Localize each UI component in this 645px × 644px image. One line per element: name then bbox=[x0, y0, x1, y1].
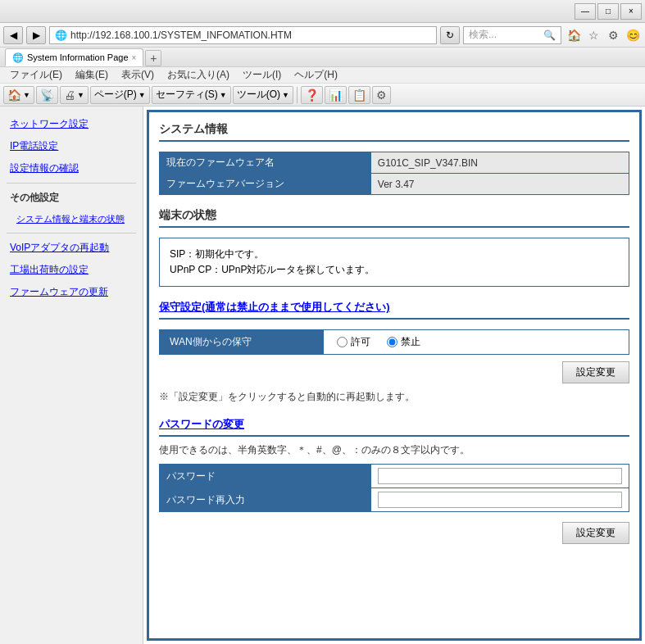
sidebar-item-config-check[interactable]: 設定情報の確認 bbox=[0, 157, 143, 179]
titlebar-buttons: — □ × bbox=[575, 3, 642, 20]
forward-button[interactable]: ▶ bbox=[26, 26, 46, 44]
user-icon[interactable]: 😊 bbox=[624, 26, 642, 44]
close-button[interactable]: × bbox=[620, 3, 642, 20]
allow-radio[interactable] bbox=[337, 337, 347, 347]
terminal-status-title: 端末の状態 bbox=[159, 208, 629, 228]
address-icon: 🌐 bbox=[55, 29, 67, 41]
password-label: パスワード bbox=[160, 465, 371, 488]
back-button[interactable]: ◀ bbox=[3, 26, 23, 44]
password-section: パスワードの変更 使用できるのは、半角英数字、＊、#、@、：のみの８文字以内です… bbox=[159, 417, 629, 544]
system-info-table: 現在のファームウェア名 G101C_SIP_V347.BIN ファームウェアバー… bbox=[159, 152, 629, 195]
help-icon: ❓ bbox=[305, 88, 319, 102]
home-button[interactable]: 🏠 bbox=[565, 26, 583, 44]
menu-file[interactable]: ファイル(E) bbox=[3, 66, 69, 84]
browser-titlebar: — □ × bbox=[0, 0, 645, 23]
page-label: ページ(P) bbox=[94, 88, 137, 102]
search-placeholder: 検索... bbox=[469, 28, 497, 42]
deny-radio[interactable] bbox=[387, 337, 397, 347]
ext1-tool-btn[interactable]: 📊 bbox=[325, 86, 347, 104]
tab-title: System Information Page bbox=[27, 52, 129, 62]
tab-favicon: 🌐 bbox=[12, 52, 24, 63]
menu-view[interactable]: 表示(V) bbox=[115, 66, 161, 84]
sidebar-item-network[interactable]: ネットワーク設定 bbox=[0, 113, 143, 135]
table-row: パスワード再入力 bbox=[160, 488, 629, 512]
main-area: システム情報 現在のファームウェア名 G101C_SIP_V347.BIN ファ… bbox=[147, 110, 642, 641]
ext2-tool-btn[interactable]: 📋 bbox=[348, 86, 370, 104]
active-tab[interactable]: 🌐 System Information Page × bbox=[5, 48, 143, 66]
password-apply-button[interactable]: 設定変更 bbox=[562, 522, 629, 544]
sidebar-item-factory-reset[interactable]: 工場出荷時の設定 bbox=[0, 259, 143, 281]
password-btn-area: 設定変更 bbox=[159, 522, 629, 544]
password-value-cell bbox=[370, 465, 629, 488]
password-confirm-label: パスワード再入力 bbox=[160, 488, 371, 512]
ext2-icon: 📋 bbox=[352, 88, 366, 102]
page-content: ネットワーク設定 IP電話設定 設定情報の確認 その他設定 システム情報と端末の… bbox=[0, 107, 645, 644]
security-dropdown-icon: ▼ bbox=[220, 91, 227, 99]
ie-toolbar: 🏠 ▼ 📡 🖨 ▼ ページ(P) ▼ セーフティ(S) ▼ ツール(O) ▼ ❓… bbox=[0, 84, 645, 107]
home-tool-btn[interactable]: 🏠 ▼ bbox=[3, 86, 34, 104]
browser-toolbar: ◀ ▶ 🌐 http://192.168.100.1/SYSTEM_INFOMA… bbox=[0, 23, 645, 48]
favorites-icon[interactable]: ☆ bbox=[584, 26, 602, 44]
settings-icon[interactable]: ⚙ bbox=[604, 26, 622, 44]
search-bar[interactable]: 検索... 🔍 bbox=[463, 26, 561, 44]
ext3-tool-btn[interactable]: ⚙ bbox=[372, 86, 391, 104]
table-row: ファームウェアバージョン Ver 3.47 bbox=[160, 174, 629, 195]
firmware-version-label: ファームウェアバージョン bbox=[160, 174, 371, 195]
sidebar-item-ip-phone[interactable]: IP電話設定 bbox=[0, 135, 143, 157]
sidebar-item-restart[interactable]: VoIPアダプタの再起動 bbox=[0, 237, 143, 259]
menu-edit[interactable]: 編集(E) bbox=[69, 66, 115, 84]
new-tab-button[interactable]: + bbox=[145, 50, 161, 66]
minimize-button[interactable]: — bbox=[575, 3, 596, 20]
tab-close-button[interactable]: × bbox=[132, 53, 137, 62]
search-icon: 🔍 bbox=[543, 29, 556, 41]
tools-label: ツール(O) bbox=[237, 88, 280, 102]
password-confirm-input[interactable] bbox=[378, 492, 622, 508]
menu-bar: ファイル(E) 編集(E) 表示(V) お気に入り(A) ツール(I) ヘルプ(… bbox=[0, 67, 645, 84]
page-dropdown-icon: ▼ bbox=[139, 91, 146, 99]
ext3-icon: ⚙ bbox=[376, 88, 387, 102]
sidebar-divider2 bbox=[7, 233, 136, 234]
print-tool-btn[interactable]: 🖨 ▼ bbox=[60, 86, 89, 104]
system-info-title: システム情報 bbox=[159, 122, 629, 142]
maximize-button[interactable]: □ bbox=[597, 3, 619, 20]
sidebar: ネットワーク設定 IP電話設定 設定情報の確認 その他設定 システム情報と端末の… bbox=[0, 107, 143, 644]
address-bar[interactable]: 🌐 http://192.168.100.1/SYSTEM_INFOMATION… bbox=[49, 26, 437, 44]
tab-bar: 🌐 System Information Page × + bbox=[0, 48, 645, 67]
rss-tool-btn[interactable]: 📡 bbox=[36, 86, 58, 104]
allow-option[interactable]: 許可 bbox=[337, 335, 370, 349]
deny-option[interactable]: 禁止 bbox=[387, 335, 420, 349]
security-tool-btn[interactable]: セーフティ(S) ▼ bbox=[152, 86, 231, 104]
page-tool-btn[interactable]: ページ(P) ▼ bbox=[90, 86, 150, 104]
password-title: パスワードの変更 bbox=[159, 417, 629, 437]
menu-tools[interactable]: ツール(I) bbox=[236, 66, 288, 84]
ext1-icon: 📊 bbox=[329, 88, 343, 102]
tools-dropdown-icon: ▼ bbox=[282, 91, 289, 99]
sidebar-item-system-info[interactable]: システム情報と端末の状態 bbox=[0, 209, 143, 229]
maintenance-apply-button[interactable]: 設定変更 bbox=[562, 361, 629, 383]
maintenance-row: WAN側からの保守 許可 禁止 bbox=[159, 329, 629, 355]
sidebar-item-firmware-update[interactable]: ファームウェアの更新 bbox=[0, 281, 143, 303]
sidebar-item-other-settings: その他設定 bbox=[0, 187, 143, 209]
print-icon: 🖨 bbox=[64, 88, 75, 102]
menu-favorites[interactable]: お気に入り(A) bbox=[161, 66, 236, 84]
password-input[interactable] bbox=[378, 468, 622, 484]
menu-help[interactable]: ヘルプ(H) bbox=[288, 66, 344, 84]
terminal-status-text: SIP：初期化中です。 UPnP CP：UPnP対応ルータを探しています。 bbox=[170, 248, 375, 275]
toolbar-icons: 🏠 ☆ ⚙ 😊 bbox=[565, 26, 642, 44]
allow-label: 許可 bbox=[351, 335, 370, 349]
help-tool-btn[interactable]: ❓ bbox=[301, 86, 323, 104]
table-row: 現在のファームウェア名 G101C_SIP_V347.BIN bbox=[160, 152, 629, 174]
firmware-name-label: 現在のファームウェア名 bbox=[160, 152, 371, 174]
tools-tool-btn[interactable]: ツール(O) ▼ bbox=[233, 86, 293, 104]
home-dropdown-icon: ▼ bbox=[23, 91, 30, 99]
home-icon: 🏠 bbox=[7, 88, 21, 102]
maintenance-options: 許可 禁止 bbox=[324, 330, 629, 354]
sidebar-divider bbox=[7, 183, 136, 184]
password-description: 使用できるのは、半角英数字、＊、#、@、：のみの８文字以内です。 bbox=[159, 443, 629, 457]
refresh-button[interactable]: ↻ bbox=[440, 26, 460, 44]
firmware-name-value: G101C_SIP_V347.BIN bbox=[370, 152, 629, 174]
security-label: セーフティ(S) bbox=[156, 88, 218, 102]
maintenance-title: 保守設定(通常は禁止のままで使用してください) bbox=[159, 300, 629, 320]
password-table: パスワード パスワード再入力 bbox=[159, 464, 629, 512]
table-row: パスワード bbox=[160, 465, 629, 488]
